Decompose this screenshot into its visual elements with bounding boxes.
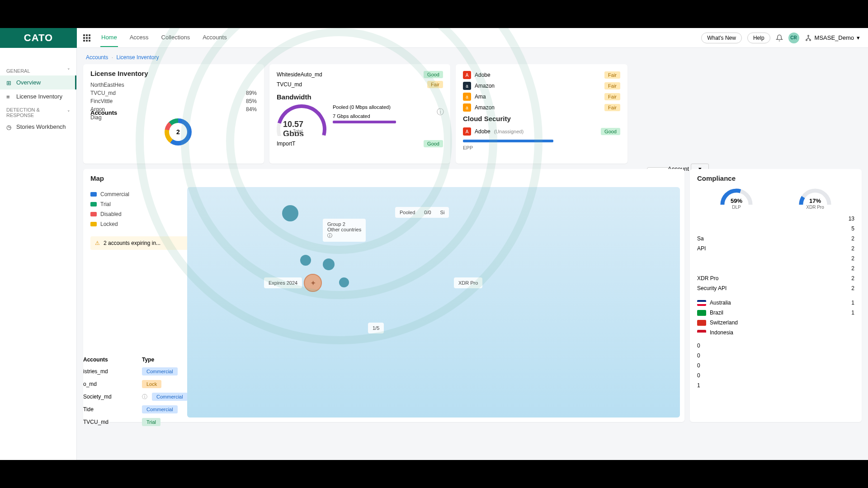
card-title: Compliance: [697, 174, 854, 182]
world-map[interactable]: ✦ Group 2 Other countries ⓘ Pooled0/0 Si…: [187, 187, 680, 418]
brand-logo: CATO: [0, 28, 77, 48]
info-icon[interactable]: ⓘ: [437, 108, 444, 117]
svg-point-1: [806, 39, 807, 41]
breadcrumb-accounts[interactable]: Accounts: [86, 54, 108, 61]
warning-icon: ⚠: [95, 240, 100, 246]
sidebar-section-general[interactable]: GENERAL˅: [0, 64, 76, 75]
account-name: MSASE_Demo: [815, 34, 854, 41]
svg-point-2: [809, 39, 811, 41]
accounts-donut-chart: 2: [165, 118, 192, 145]
nav-access[interactable]: Access: [129, 28, 150, 47]
bandwidth-card: WhitesideAuto_mdGood TVCU_mdFair Bandwid…: [269, 64, 450, 164]
bandwidth-gauge: 10.57 Gbps Total: [277, 104, 326, 136]
svg-point-0: [807, 35, 809, 37]
dlp-gauge: 59% DLP: [718, 187, 755, 209]
nav-collections[interactable]: Collections: [160, 28, 191, 47]
sidebar: GENERAL˅ Overview License Inventory DETE…: [0, 48, 77, 460]
xdr-gauge: 17% XDR Pro: [797, 187, 833, 209]
card-title: Map: [90, 174, 677, 182]
chevron-down-icon: ▾: [857, 34, 860, 41]
hierarchy-icon: [805, 34, 812, 42]
sidebar-section-detection[interactable]: DETECTION & RESPONSE˅: [0, 103, 76, 120]
card-title: Cloud Security: [463, 115, 620, 122]
user-avatar[interactable]: CR: [788, 33, 799, 43]
card-title: Bandwidth: [277, 93, 443, 101]
main-content: Accounts · License Inventory License Inv…: [77, 48, 868, 460]
sidebar-item-overview[interactable]: Overview: [0, 75, 76, 89]
map-card: Map Commercial Trial Disabled Locked ⚠ 2…: [83, 169, 684, 422]
breadcrumb: Accounts · License Inventory: [83, 52, 862, 64]
license-inventory-card: License Inventory NorthEastHes TVCU_md89…: [83, 64, 264, 164]
bell-icon[interactable]: [776, 34, 783, 42]
clock-icon: [6, 124, 13, 130]
nav-home[interactable]: Home: [100, 28, 118, 47]
info-icon[interactable]: ⓘ: [142, 393, 147, 401]
sidebar-item-license[interactable]: License Inventory: [0, 89, 76, 103]
cloud-security-card: AAdobeFair aAmazonFair aAmaFair aAmazonF…: [456, 64, 627, 164]
nav-accounts[interactable]: Accounts: [202, 28, 227, 47]
grid-icon: [6, 80, 13, 86]
info-icon[interactable]: ⓘ: [327, 233, 332, 238]
map-marker-alert[interactable]: ✦: [304, 274, 322, 292]
help-button[interactable]: Help: [747, 33, 770, 43]
chevron-down-icon: ˅: [67, 68, 70, 74]
compliance-card: Compliance 59% DLP 17% XDR Pro 13 5 Sa2: [690, 169, 862, 422]
accounts-subtitle: Accounts: [90, 109, 117, 116]
list-icon: [6, 94, 13, 100]
apps-grid-icon[interactable]: [83, 34, 90, 42]
account-switcher[interactable]: MSASE_Demo ▾: [805, 34, 860, 42]
whats-new-button[interactable]: What's New: [701, 33, 742, 43]
chevron-down-icon: ˅: [67, 110, 70, 116]
accounts-table: AccountsType istries_mdCommercial o_mdLo…: [83, 354, 188, 428]
top-bar: CATO Home Access Collections Accounts Wh…: [0, 28, 868, 48]
sidebar-item-stories[interactable]: Stories Workbench: [0, 120, 76, 134]
breadcrumb-license[interactable]: License Inventory: [116, 54, 159, 61]
card-title: License Inventory: [90, 70, 257, 77]
pager[interactable]: 1/5: [368, 323, 384, 333]
